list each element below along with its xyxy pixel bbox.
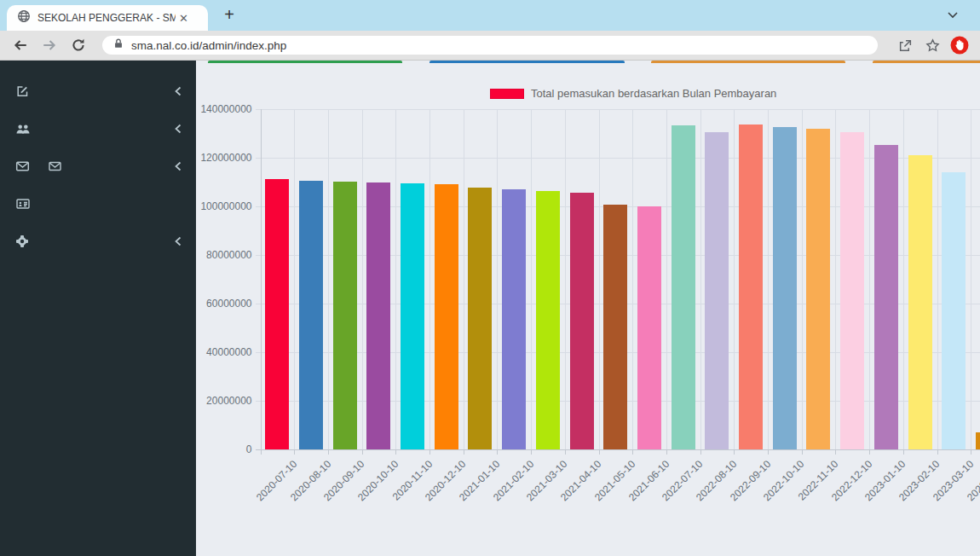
x-axis-tick: [700, 449, 701, 455]
bar-2022-11-10: [806, 129, 830, 449]
x-gridline: [429, 109, 430, 449]
bar-2022-09-10: [739, 125, 763, 449]
sidebar: [0, 61, 196, 556]
x-axis-tick: [937, 449, 938, 455]
sidebar-item-surat[interactable]: [0, 148, 196, 185]
x-axis-tick: [768, 449, 769, 455]
y-axis-tick-label: 0: [196, 443, 252, 455]
tab-title: SEKOLAH PENGGERAK - SMA TE: [37, 12, 176, 24]
x-axis-tick: [531, 449, 532, 455]
x-axis-tick: [903, 449, 904, 455]
back-button[interactable]: [10, 35, 31, 55]
x-gridline: [869, 109, 870, 449]
bar-2023-04-10: [976, 432, 980, 449]
x-gridline: [937, 109, 938, 449]
share-icon[interactable]: [895, 35, 915, 55]
gear-icon: [15, 235, 32, 248]
globe-favicon-icon: [17, 9, 31, 26]
bar-2022-07-10: [672, 125, 695, 449]
chevron-down-icon[interactable]: [946, 9, 960, 26]
bar-2020-08-10: [299, 181, 323, 449]
reload-button[interactable]: [68, 35, 89, 55]
x-axis-tick: [971, 449, 971, 455]
envelope-icon: [15, 159, 32, 173]
x-axis-tick: [294, 449, 295, 455]
sidebar-item-sma-terbaik-medan[interactable]: [0, 185, 196, 223]
bookmark-star-icon[interactable]: [922, 35, 943, 55]
bar-2021-01-10: [468, 188, 492, 449]
x-gridline: [666, 109, 667, 449]
x-gridline: [261, 109, 262, 449]
x-gridline: [395, 109, 396, 449]
x-axis-tick: [632, 449, 633, 455]
y-gridline: [256, 449, 980, 450]
y-axis-tick-label: 40000000: [196, 346, 252, 358]
bar-2020-11-10: [401, 183, 424, 449]
y-axis-tick-label: 80000000: [196, 249, 252, 261]
lock-icon: [112, 38, 124, 53]
bar-2023-01-10: [874, 145, 898, 449]
x-gridline: [362, 109, 363, 449]
x-axis-tick: [429, 449, 430, 455]
chart-legend[interactable]: Total pemasukan berdasarkan Bulan Pembay…: [490, 87, 776, 100]
x-gridline: [531, 109, 532, 449]
page-content: Total pemasukan berdasarkan Bulan Pembay…: [0, 61, 980, 556]
x-gridline: [464, 109, 464, 449]
x-gridline: [903, 109, 904, 449]
x-axis-tick: [497, 449, 498, 455]
main-area: Total pemasukan berdasarkan Bulan Pembay…: [196, 61, 980, 556]
sidebar-item-bk[interactable]: [0, 72, 196, 110]
x-axis-tick: [734, 449, 735, 455]
x-gridline: [734, 109, 735, 449]
browser-tab-strip: SEKOLAH PENGGERAK - SMA TE ✕ +: [0, 0, 980, 31]
address-bar[interactable]: sma.nal.co.id/admin/index.php: [102, 36, 878, 55]
bar-2021-05-10: [603, 205, 627, 449]
stat-box-top-border: [873, 61, 980, 63]
y-axis-tick-label: 60000000: [196, 298, 252, 310]
sidebar-item-setting[interactable]: [0, 223, 196, 260]
x-gridline: [802, 109, 803, 449]
forward-button[interactable]: [39, 35, 60, 55]
x-axis-tick: [565, 449, 566, 455]
x-axis-tick: [835, 449, 836, 455]
browser-tab[interactable]: SEKOLAH PENGGERAK - SMA TE ✕: [7, 5, 208, 31]
y-axis-tick-label: 120000000: [196, 152, 252, 164]
bar-2020-07-10: [265, 179, 289, 449]
chevron-left-icon: [174, 123, 182, 135]
y-axis-tick-label: 100000000: [196, 200, 252, 212]
chevron-left-icon: [174, 235, 182, 247]
x-axis-tick: [802, 449, 803, 455]
bar-2021-03-10: [536, 191, 560, 449]
chevron-left-icon: [174, 85, 182, 97]
x-gridline: [632, 109, 633, 449]
y-gridline: [256, 158, 980, 159]
x-gridline: [835, 109, 836, 449]
x-gridline: [497, 109, 498, 449]
new-tab-button[interactable]: +: [218, 3, 240, 26]
y-axis-tick-label: 20000000: [196, 395, 252, 407]
tab-close-icon[interactable]: ✕: [179, 13, 188, 24]
x-axis-tick: [362, 449, 363, 455]
x-axis-tick: [869, 449, 870, 455]
x-gridline: [565, 109, 566, 449]
adblock-extension-icon[interactable]: [949, 35, 970, 55]
sidebar-item-data-spp[interactable]: [0, 110, 196, 148]
bar-2023-03-10: [942, 172, 966, 449]
bar-2021-06-10: [637, 206, 661, 449]
x-axis-tick: [261, 449, 262, 455]
x-axis-tick: [666, 449, 667, 455]
stat-box-top-border: [651, 61, 845, 63]
x-gridline: [768, 109, 769, 449]
id-card-icon: [15, 197, 32, 211]
browser-toolbar: sma.nal.co.id/admin/index.php: [0, 31, 980, 61]
x-axis-tick: [599, 449, 600, 455]
users-icon: [15, 122, 32, 136]
x-gridline: [328, 109, 329, 449]
x-gridline: [971, 109, 971, 449]
y-axis-tick-label: 140000000: [196, 103, 252, 115]
stat-box-top-border: [429, 61, 625, 63]
x-gridline: [599, 109, 600, 449]
bar-2022-12-10: [840, 132, 864, 449]
bar-2021-04-10: [570, 193, 594, 449]
bar-2021-02-10: [502, 189, 526, 449]
